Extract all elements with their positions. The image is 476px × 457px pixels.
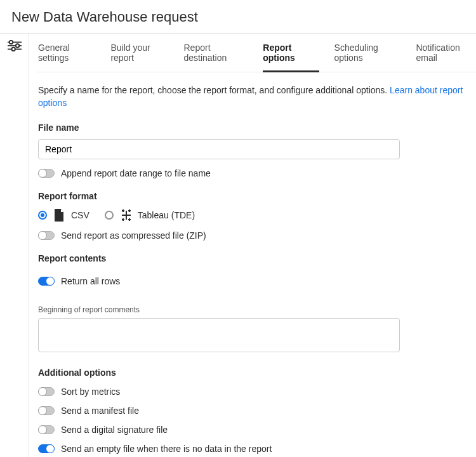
file-name-heading: File name xyxy=(38,123,467,133)
zip-toggle-label: Send report as compressed file (ZIP) xyxy=(61,230,206,241)
send-signature-toggle[interactable] xyxy=(38,425,55,434)
send-empty-file-toggle[interactable] xyxy=(38,444,55,453)
left-rail xyxy=(0,34,29,457)
svg-point-3 xyxy=(15,44,19,48)
tableau-icon xyxy=(120,209,131,222)
send-manifest-label: Send a manifest file xyxy=(61,406,139,416)
tab-report-options[interactable]: Report options xyxy=(263,43,319,72)
additional-options-heading: Additional options xyxy=(38,368,467,378)
intro-text-body: Specify a name for the report, choose th… xyxy=(38,85,390,95)
tabs: General settings Build your report Repor… xyxy=(37,34,476,72)
sort-by-metrics-label: Sort by metrics xyxy=(61,387,120,397)
file-name-input[interactable] xyxy=(38,139,400,159)
send-signature-label: Send a digital signature file xyxy=(61,425,168,435)
page-title: New Data Warehouse request xyxy=(0,0,476,33)
send-manifest-toggle[interactable] xyxy=(38,406,55,415)
send-empty-file-label: Send an empty file when there is no data… xyxy=(61,444,272,454)
tab-report-destination[interactable]: Report destination xyxy=(184,43,248,72)
zip-toggle[interactable] xyxy=(38,231,55,240)
intro-text: Specify a name for the report, choose th… xyxy=(38,84,467,110)
comments-label: Beginning of report comments xyxy=(38,305,467,314)
tab-scheduling-options[interactable]: Scheduling options xyxy=(334,43,401,72)
tab-build-your-report[interactable]: Build your report xyxy=(110,43,168,72)
append-date-label: Append report date range to file name xyxy=(61,168,211,178)
sort-by-metrics-toggle[interactable] xyxy=(38,387,55,396)
sliders-icon[interactable] xyxy=(8,39,22,457)
format-csv-label: CSV xyxy=(71,210,89,220)
report-contents-heading: Report contents xyxy=(38,253,467,263)
comments-input[interactable] xyxy=(38,318,400,352)
return-all-rows-toggle[interactable] xyxy=(38,277,55,286)
csv-icon xyxy=(53,209,65,222)
tab-notification-email[interactable]: Notification email xyxy=(416,43,476,72)
report-format-heading: Report format xyxy=(38,191,467,201)
tab-general-settings[interactable]: General settings xyxy=(38,43,95,72)
format-tableau-radio[interactable] xyxy=(105,211,114,220)
return-all-rows-label: Return all rows xyxy=(61,276,120,286)
svg-point-5 xyxy=(11,48,15,51)
append-date-toggle[interactable] xyxy=(38,169,55,178)
format-csv-radio[interactable] xyxy=(38,211,47,220)
svg-point-1 xyxy=(9,41,13,44)
format-tableau-label: Tableau (TDE) xyxy=(138,210,195,220)
